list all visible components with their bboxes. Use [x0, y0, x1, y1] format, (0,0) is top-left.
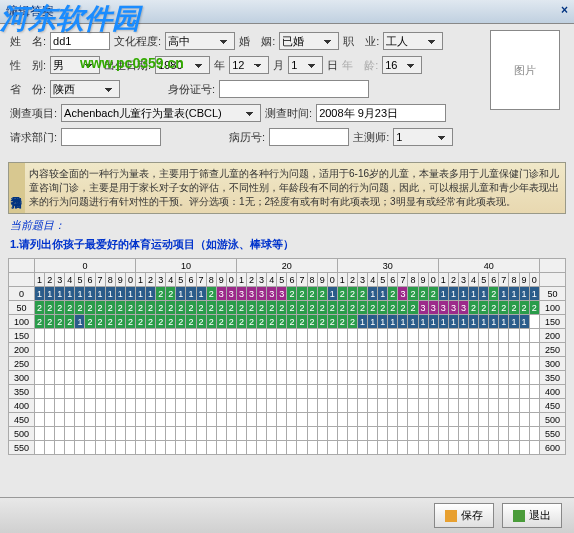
birth-month[interactable]: 12 [229, 56, 269, 74]
job-select[interactable]: 工人 [383, 32, 443, 50]
edu-select[interactable]: 高中 [165, 32, 235, 50]
photo-placeholder[interactable]: 图片 [490, 30, 560, 110]
case-input[interactable] [269, 128, 349, 146]
id-input[interactable] [219, 80, 369, 98]
footer-bar: 保存 退出 [0, 497, 574, 533]
prov-select[interactable]: 陕西 [50, 80, 120, 98]
current-label: 当前题目： [10, 218, 564, 233]
form-area: 姓 名: 文化程度: 高中 婚 姻: 已婚 职 业: 工人 性 别: 男 出生日… [0, 24, 574, 160]
exit-button[interactable]: 退出 [502, 503, 562, 528]
guide-text: 内容较全面的一种行为量表，主要用于筛查儿童的各种行为问题，适用于6-16岁的儿童… [25, 163, 565, 213]
case-label: 病历号: [229, 130, 265, 145]
dept-label: 请求部门: [10, 130, 57, 145]
doc-select[interactable]: 1 [393, 128, 453, 146]
proj-select[interactable]: Achenbach儿童行为量表(CBCL) [61, 104, 261, 122]
sex-label: 性 别: [10, 58, 46, 73]
job-label: 职 业: [343, 34, 379, 49]
id-label: 身份证号: [168, 82, 215, 97]
exit-icon [513, 510, 525, 522]
save-button[interactable]: 保存 [434, 503, 494, 528]
close-icon[interactable]: × [561, 3, 568, 17]
save-label: 保存 [461, 508, 483, 523]
question-text: 1.请列出你孩子最爱好的体育运动项目（如游泳、棒球等） [10, 237, 564, 252]
guide-box: 指导语 内容较全面的一种行为量表，主要用于筛查儿童的各种行为问题，适用于6-16… [8, 162, 566, 214]
marry-label: 婚 姻: [239, 34, 275, 49]
time-label: 测查时间: [265, 106, 312, 121]
dept-input[interactable] [61, 128, 161, 146]
doc-label: 主测师: [353, 130, 389, 145]
guide-tab: 指导语 [9, 163, 25, 213]
watermark-url: www.pc0359.cn [80, 55, 184, 71]
exit-label: 退出 [529, 508, 551, 523]
day-label: 日 [327, 58, 338, 73]
time-input[interactable] [316, 104, 446, 122]
marry-select[interactable]: 已婚 [279, 32, 339, 50]
birth-day[interactable]: 1 [288, 56, 323, 74]
age-label: 年 龄: [342, 58, 378, 73]
answer-grid: 0102030401234567890123456789012345678901… [8, 258, 566, 455]
prov-label: 省 份: [10, 82, 46, 97]
month-label: 月 [273, 58, 284, 73]
save-icon [445, 510, 457, 522]
year-label: 年 [214, 58, 225, 73]
age-select[interactable]: 16 [382, 56, 422, 74]
watermark-logo: 河东软件园 [0, 0, 140, 38]
proj-label: 测查项目: [10, 106, 57, 121]
